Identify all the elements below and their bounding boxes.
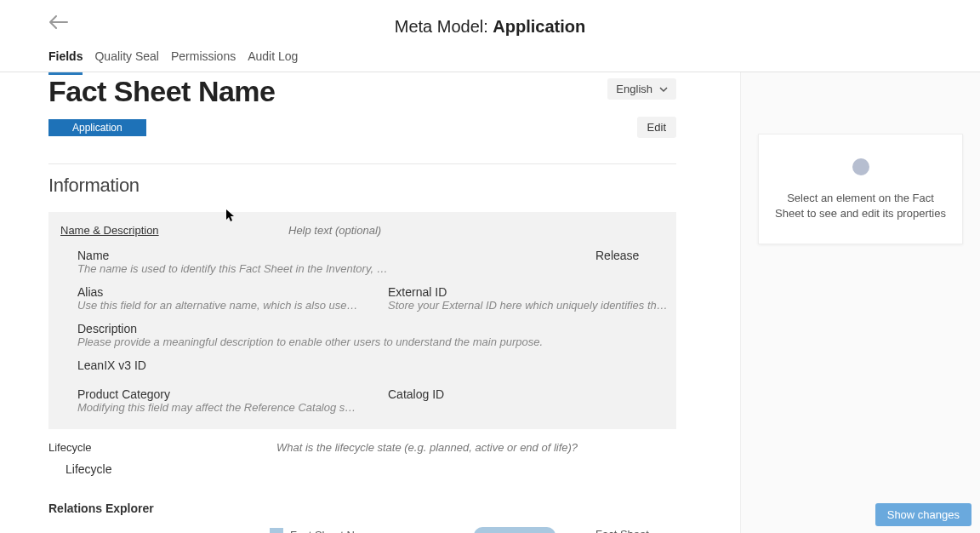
tab-bar: Fields Quality Seal Permissions Audit Lo… [0,32,980,72]
field-catalog-id-label: Catalog ID [388,387,669,401]
field-name-label: Name [77,249,388,262]
tab-permissions[interactable]: Permissions [171,49,236,72]
divider [48,163,676,164]
relation-left[interactable]: Fact Sheet Name [270,528,376,533]
tab-fields[interactable]: Fields [48,49,83,75]
edit-button[interactable]: Edit [637,117,676,138]
field-name-desc: The name is used to identify this Fact S… [77,262,388,275]
field-lifecycle-label: Lifecycle [66,462,111,476]
title-prefix: Meta Model: [395,17,493,36]
field-description-label: Description [77,322,669,335]
field-catalog-id[interactable]: Catalog ID [388,387,669,414]
field-external-id-desc: Store your External ID here which unique… [388,299,669,312]
field-description-desc: Please provide a meaningful description … [77,335,588,348]
field-external-id[interactable]: External ID Store your External ID here … [388,285,669,312]
back-arrow-icon[interactable] [49,15,68,32]
relation-right[interactable]: Fact Sheet Name [576,528,676,533]
field-leanix-id-label: LeanIX v3 ID [77,358,669,372]
field-release-label: Release [595,249,669,262]
field-product-category[interactable]: Product Category Modifying this field ma… [77,387,388,414]
chevron-down-icon [659,85,668,94]
information-heading: Information [48,175,740,197]
field-description[interactable]: Description Please provide a meaningful … [77,322,669,348]
field-product-category-label: Product Category [77,387,388,401]
relations-explorer: Fact Sheet Name Fact Sheet Name [48,525,676,533]
application-badge: Application [48,119,146,136]
name-description-help: Help text (optional) [288,224,381,237]
field-release[interactable]: Release [388,249,669,275]
field-name[interactable]: Name The name is used to identify this F… [77,249,388,275]
relations-heading: Relations Explorer [48,501,740,515]
relation-left-square-icon [270,528,283,533]
placeholder-dot-icon [852,158,869,175]
lifecycle-help: What is the lifecycle state (e.g. planne… [276,441,578,454]
tab-quality-seal[interactable]: Quality Seal [94,49,158,72]
field-product-category-desc: Modifying this field may affect the Refe… [77,401,358,414]
field-alias-label: Alias [77,285,388,299]
field-lifecycle[interactable]: Lifecycle [48,462,664,476]
page-title: Fact Sheet Name [48,75,276,108]
relation-center-pill[interactable] [474,527,556,533]
lifecycle-panel: Lifecycle What is the lifecycle state (e… [48,429,676,476]
tab-audit-log[interactable]: Audit Log [248,49,298,72]
lifecycle-title[interactable]: Lifecycle [48,441,276,454]
title-bold: Application [493,17,585,36]
language-label: English [616,83,652,95]
side-panel: Select an element on the Fact Sheet to s… [740,72,980,533]
language-selector[interactable]: English [607,78,676,100]
show-changes-button[interactable]: Show changes [875,503,971,526]
name-description-title[interactable]: Name & Description [60,224,288,237]
name-description-panel: Name & Description Help text (optional) … [48,212,676,429]
field-external-id-label: External ID [388,285,669,299]
page-meta-title: Meta Model: Application [0,17,980,37]
field-leanix-id[interactable]: LeanIX v3 ID [77,358,669,372]
field-alias-desc: Use this field for an alternative name, … [77,299,358,312]
side-card: Select an element on the Fact Sheet to s… [758,134,963,244]
side-message: Select an element on the Fact Sheet to s… [774,191,947,221]
field-alias[interactable]: Alias Use this field for an alternative … [77,285,388,312]
relation-right-label: Fact Sheet Name [595,528,676,533]
relation-left-label: Fact Sheet Name [290,529,376,534]
